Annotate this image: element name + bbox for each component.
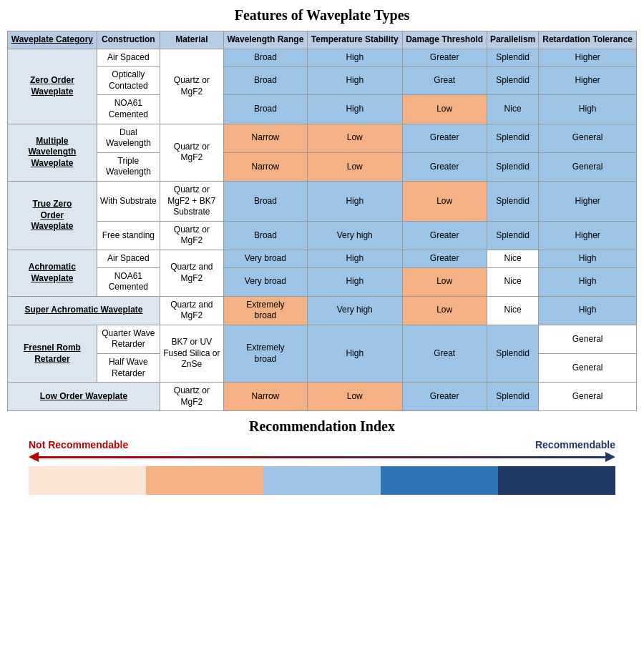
table-row: Fresnel RombRetarder Quarter WaveRetarde… (8, 325, 637, 353)
temp-cell: Low (307, 383, 402, 411)
material-cell: Quartz orMgF2 (160, 49, 223, 124)
arrow-right-icon (605, 452, 615, 462)
wavelength-cell: Broad (223, 66, 307, 95)
table-row: TripleWavelength Narrow Low Greater Sple… (8, 152, 637, 181)
damage-cell: Greater (402, 49, 487, 66)
not-recommendable-label: Not Recommendable (29, 439, 128, 450)
construction-cell: OpticallyContacted (97, 66, 160, 95)
table-row: NOA61Cemented Broad High Low Nice High (8, 95, 637, 124)
category-multi-wavelength: MultipleWavelengthWaveplate (8, 124, 97, 181)
table-row: Super Achromatic Waveplate Quartz andMgF… (8, 296, 637, 325)
parallelism-cell: Splendid (487, 383, 538, 411)
damage-cell: Low (402, 267, 487, 296)
col-header-construction: Construction (97, 31, 160, 49)
retardation-cell: Higher (539, 49, 637, 66)
damage-cell: Great (402, 66, 487, 95)
damage-cell: Greater (402, 124, 487, 152)
retardation-cell: Higher (539, 221, 637, 250)
retardation-cell: General (539, 325, 637, 353)
material-cell: Quartz orMgF2 (160, 124, 223, 181)
category-achromatic: AchromaticWaveplate (8, 250, 97, 296)
table-row: True ZeroOrderWaveplate With Substrate Q… (8, 181, 637, 221)
construction-cell: Free standing (97, 221, 160, 250)
temp-cell: Low (307, 152, 402, 181)
retardation-cell: Higher (539, 66, 637, 95)
damage-cell: Great (402, 325, 487, 382)
table-row: MultipleWavelengthWaveplate DualWaveleng… (8, 124, 637, 152)
temp-cell: Very high (307, 221, 402, 250)
damage-cell: Low (402, 296, 487, 325)
color-swatch-4 (381, 466, 498, 495)
damage-cell: Greater (402, 221, 487, 250)
construction-cell: NOA61Cemented (97, 267, 160, 296)
construction-cell: Half WaveRetarder (97, 354, 160, 383)
damage-cell: Low (402, 181, 487, 221)
temp-cell: High (307, 95, 402, 124)
wavelength-cell: Narrow (223, 383, 307, 411)
table-row: NOA61Cemented Very broad High Low Nice H… (8, 267, 637, 296)
parallelism-cell: Splendid (487, 181, 538, 221)
temp-cell: High (307, 66, 402, 95)
temp-cell: High (307, 267, 402, 296)
material-cell: Quartz orMgF2 (160, 383, 223, 411)
parallelism-cell: Splendid (487, 221, 538, 250)
material-cell: Quartz andMgF2 (160, 250, 223, 296)
parallelism-cell: Splendid (487, 325, 538, 382)
damage-cell: Low (402, 95, 487, 124)
wavelength-cell: Broad (223, 49, 307, 66)
material-cell: BK7 or UVFused Silica orZnSe (160, 325, 223, 382)
retardation-cell: Higher (539, 181, 637, 221)
temp-cell: High (307, 325, 402, 382)
col-header-retardation: Retardation Tolerance (539, 31, 637, 49)
construction-cell: TripleWavelength (97, 152, 160, 181)
arrow-container (7, 452, 637, 462)
table-row: AchromaticWaveplate Air Spaced Quartz an… (8, 250, 637, 267)
wavelength-cell: Broad (223, 221, 307, 250)
wavelength-cell: Very broad (223, 267, 307, 296)
waveplate-table: Waveplate Category Construction Material… (7, 31, 637, 411)
construction-cell: DualWavelength (97, 124, 160, 152)
color-swatch-2 (146, 466, 263, 495)
retardation-cell: High (539, 296, 637, 325)
wavelength-cell: Broad (223, 95, 307, 124)
retardation-cell: High (539, 95, 637, 124)
temp-cell: Very high (307, 296, 402, 325)
construction-cell: Air Spaced (97, 49, 160, 66)
retardation-cell: General (539, 354, 637, 383)
gradient-line (39, 456, 605, 458)
page-title: Features of Waveplate Types (7, 7, 637, 24)
table-row: Free standing Quartz orMgF2 Broad Very h… (8, 221, 637, 250)
recommendation-labels: Not Recommendable Recommendable (7, 439, 637, 450)
construction-cell: NOA61Cemented (97, 95, 160, 124)
parallelism-cell: Splendid (487, 124, 538, 152)
temp-cell: High (307, 181, 402, 221)
col-header-wavelength: Wavelength Range (223, 31, 307, 49)
color-swatch-3 (263, 466, 381, 495)
damage-cell: Greater (402, 383, 487, 411)
temp-cell: Low (307, 124, 402, 152)
wavelength-cell: Extremelybroad (223, 296, 307, 325)
col-header-material: Material (160, 31, 223, 49)
parallelism-cell: Nice (487, 95, 538, 124)
temp-cell: High (307, 250, 402, 267)
construction-cell: Air Spaced (97, 250, 160, 267)
color-bar (7, 466, 637, 495)
table-row: Low Order Waveplate Quartz orMgF2 Narrow… (8, 383, 637, 411)
parallelism-cell: Nice (487, 267, 538, 296)
retardation-cell: High (539, 267, 637, 296)
wavelength-cell: Broad (223, 181, 307, 221)
wavelength-cell: Extremelybroad (223, 325, 307, 382)
color-swatch-5 (498, 466, 615, 495)
col-header-parallelism: Parallelism (487, 31, 538, 49)
table-row: Zero OrderWaveplate Air Spaced Quartz or… (8, 49, 637, 66)
recommendation-title: Recommendation Index (7, 418, 637, 435)
retardation-cell: High (539, 250, 637, 267)
col-header-temp: Temperature Stability (307, 31, 402, 49)
table-row: OpticallyContacted Broad High Great Sple… (8, 66, 637, 95)
category-zero-order: Zero OrderWaveplate (8, 49, 97, 124)
parallelism-cell: Splendid (487, 66, 538, 95)
parallelism-cell: Nice (487, 296, 538, 325)
recommendation-section: Recommendation Index Not Recommendable R… (7, 418, 637, 495)
retardation-cell: General (539, 383, 637, 411)
damage-cell: Greater (402, 152, 487, 181)
